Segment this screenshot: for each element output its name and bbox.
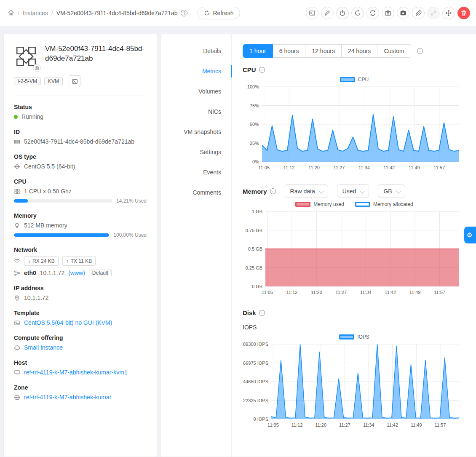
memory-unit-select[interactable]: GB [378,184,405,198]
tab-vm-snapshots[interactable]: VM snapshots [161,122,231,142]
reinstall-button[interactable] [366,7,379,19]
tab-metrics[interactable]: Metrics [161,61,231,81]
compute-offering-link[interactable]: Small Instance [24,344,63,351]
vm-info-card: VM-52e00f43-7911-4dc4-85bd-d69de7a721ab … [3,34,157,457]
range-custom-button[interactable]: Custom [377,44,411,58]
chevron-down-icon [360,189,365,193]
range-24-hours-button[interactable]: 24 hours [341,44,377,58]
range-6-hours-button[interactable]: 6 hours [273,44,306,58]
refresh-button[interactable]: Refresh [198,7,240,19]
arrow-down-icon: ↓ [28,258,30,264]
theme-settings-button[interactable]: ⚙ [464,227,476,243]
info-icon[interactable]: i [259,310,265,316]
svg-text:11:20: 11:20 [315,422,326,428]
os-logo [14,44,38,69]
vm-title: VM-52e00f43-7911-4dc4-85bd-d69de7a721ab [45,44,147,69]
nic-network-link[interactable]: (www) [68,270,85,276]
memory-section-title: Memory [243,188,267,195]
zone-link[interactable]: ref-trl-4119-k-M7-abhishek-kumar [24,394,111,401]
legend-item[interactable]: Memory allocated [355,201,413,207]
field-host: Host ref-trl-4119-k-M7-abhishek-kumar-kv… [14,359,147,376]
migrate-button[interactable] [442,7,455,19]
cpu-section: CPU i CPU 0%25%50%75%100%11:0511:1211:20… [243,66,466,173]
svg-text:11:05: 11:05 [258,165,270,170]
view-console-button[interactable] [306,7,318,19]
cpu-label: CPU [14,178,147,185]
memory-label: Memory [14,212,147,219]
destroy-button[interactable] [457,7,470,19]
info-icon[interactable]: i [270,188,276,194]
reboot-button[interactable] [351,7,364,19]
console-shortcut-button[interactable] [69,75,80,87]
status-dot [14,115,18,119]
move-icon [445,10,452,16]
legend-label: Memory allocated [373,201,413,207]
host-link[interactable]: ref-trl-4119-k-M7-abhishek-kumar-kvm1 [24,369,128,376]
tx-button[interactable]: ↑ TX 11 KB [62,256,96,266]
svg-text:44650 IOPS: 44650 IOPS [243,379,268,384]
take-volume-snapshot-button[interactable] [397,7,409,19]
breadcrumb-instances-link[interactable]: Instances [23,10,48,16]
svg-text:0.75 GB: 0.75 GB [246,228,262,233]
select-value: Raw data [290,188,315,195]
svg-text:1 GB: 1 GB [252,209,262,214]
tab-comments[interactable]: Comments [161,182,231,203]
legend-item[interactable]: CPU [340,77,369,83]
help-icon[interactable]: ? [181,10,187,16]
svg-text:11:49: 11:49 [409,290,421,295]
tab-volumes[interactable]: Volumes [161,81,231,102]
upload-icon-button[interactable] [33,64,41,72]
iops-subtitle: IOPS [243,324,466,331]
legend-item[interactable]: Memory used [295,201,344,207]
svg-text:11:57: 11:57 [435,422,446,428]
vm-tag: i-2-5-VM [14,78,41,85]
id-label: ID [14,128,147,135]
svg-text:22325 IOPS: 22325 IOPS [243,398,268,403]
info-icon[interactable]: i [259,67,265,73]
vertical-tabs: Details Metrics Volumes NICs VM snapshot… [161,34,232,457]
tab-nics[interactable]: NICs [161,102,231,122]
compute-offering-label: Compute offering [14,334,147,341]
globe-icon [14,394,20,401]
template-label: Template [14,310,147,316]
field-ip: IP address 10.1.1.72 [14,285,147,301]
template-link[interactable]: CentOS 5.5(64-bit) no GUI (KVM) [24,319,112,326]
svg-text:0 GB: 0 GB [252,284,262,289]
nic-name: eth0 [24,270,36,276]
ip-value: 10.1.1.72 [24,294,48,301]
svg-text:11:27: 11:27 [334,165,345,170]
range-12-hours-button[interactable]: 12 hours [305,44,341,58]
refresh-label: Refresh [213,10,233,16]
scale-vm-button[interactable] [427,7,440,19]
take-snapshot-button[interactable] [382,7,394,19]
picture-icon [14,320,20,326]
memory-legend: Memory used Memory allocated [243,201,466,207]
home-icon[interactable] [8,9,14,17]
cpu-used-text: 14.21% Used [116,198,147,204]
legend-swatch [339,334,354,339]
disk-section-title: Disk [243,309,256,316]
tab-events[interactable]: Events [161,162,231,182]
svg-text:66975 IOPS: 66975 IOPS [243,361,268,366]
attach-iso-button[interactable] [412,7,425,19]
svg-text:89300 IOPS: 89300 IOPS [243,342,268,347]
rx-button[interactable]: ↓ RX 24 KB [24,256,59,266]
legend-label: CPU [358,77,369,83]
memory-section: Memory i Raw data Used GB [243,184,466,297]
trash-icon [460,10,467,16]
cpu-chart: 0%25%50%75%100%11:0511:1211:2011:2711:34… [243,83,463,173]
stop-button[interactable] [336,7,349,19]
arrow-up-icon: ↑ [66,258,69,264]
info-icon[interactable]: i [417,48,423,54]
legend-item[interactable]: IOPS [339,334,369,340]
edit-button[interactable] [321,7,334,19]
memory-mode-select[interactable]: Raw data [285,184,328,198]
cpu-section-title: CPU [243,66,256,73]
memory-used-text: 100.00% Used [113,232,147,238]
range-1-hour-button[interactable]: 1 hour [243,44,273,58]
memory-metric-select[interactable]: Used [337,184,369,198]
field-os-type: OS type CentOS 5.5 (64-bit) [14,153,147,170]
tab-details[interactable]: Details [161,41,231,61]
tab-settings[interactable]: Settings [161,142,231,162]
svg-text:0.25 GB: 0.25 GB [246,265,262,270]
